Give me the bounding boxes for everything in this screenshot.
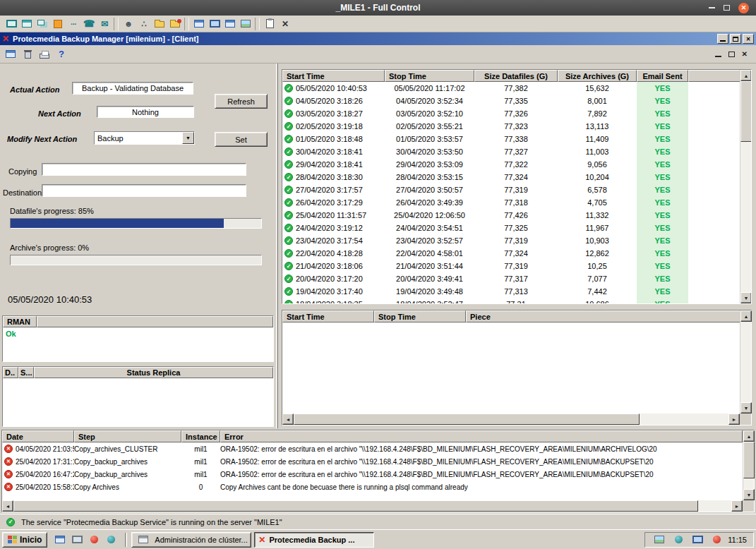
app-close-button[interactable]: ✕: [743, 34, 754, 44]
table-row[interactable]: ✓04/05/2020 3:18:2604/05/2020 3:52:3477,…: [282, 95, 741, 107]
scroll-right-icon[interactable]: ►: [731, 500, 743, 512]
column-header-start-time[interactable]: Start Time: [282, 70, 385, 82]
column-header-size-archives[interactable]: Size Archives (G): [558, 70, 637, 82]
modify-next-action-select[interactable]: Backup ▼: [94, 131, 195, 145]
scroll-up-icon[interactable]: ▲: [743, 430, 755, 442]
tools-icon[interactable]: ✕: [277, 16, 293, 31]
scroll-down-icon[interactable]: ▼: [743, 489, 755, 500]
column-header-stop-time[interactable]: Stop Time: [385, 70, 474, 82]
user-info-icon[interactable]: ☻: [121, 16, 136, 31]
quicklaunch-app-icon[interactable]: [103, 532, 119, 547]
task-button-cluster-admin[interactable]: Administración de clúster...: [131, 532, 251, 548]
table-row[interactable]: ✓02/05/2020 3:19:1802/05/2020 3:55:2177,…: [282, 120, 741, 133]
tray-monitor-icon[interactable]: [690, 532, 705, 547]
column-header-instance[interactable]: Instance: [181, 430, 220, 442]
table-row[interactable]: ✓21/04/2020 3:18:0621/04/2020 3:51:4477,…: [282, 260, 741, 272]
mdi-restore-button[interactable]: [728, 52, 735, 57]
column-header-d[interactable]: D..: [3, 367, 18, 378]
column-header-size-datafiles[interactable]: Size Datafiles (G): [474, 70, 558, 82]
folder-send-icon[interactable]: [152, 16, 167, 31]
tray-network-icon[interactable]: [671, 532, 686, 547]
table-row[interactable]: ✓26/04/2020 3:17:2926/04/2020 3:49:3977,…: [282, 196, 741, 209]
error-vertical-scrollbar[interactable]: ▲ ▼: [743, 430, 754, 500]
table-row[interactable]: ✕25/04/2020 16:47:24Copy_backup_archives…: [2, 468, 743, 481]
column-header-status-replica[interactable]: Status Replica: [34, 367, 273, 378]
scroll-up-icon[interactable]: ▲: [740, 310, 752, 322]
table-row[interactable]: ✕25/04/2020 15:58:39Copy Archives0Copy A…: [2, 481, 743, 493]
backup-vertical-scrollbar[interactable]: ▲ ▼: [740, 70, 751, 303]
column-header-rman[interactable]: RMAN: [3, 316, 37, 327]
report-icon[interactable]: [3, 47, 18, 61]
scrollbar-thumb[interactable]: [13, 500, 698, 512]
column-header-blank[interactable]: [688, 70, 741, 82]
column-header-blank[interactable]: [37, 316, 273, 327]
dual-window-icon[interactable]: [35, 16, 50, 31]
destination-field[interactable]: [42, 184, 246, 197]
folder-receive-icon[interactable]: [167, 16, 183, 31]
scrollbar-thumb[interactable]: [743, 442, 755, 478]
error-horizontal-scrollbar[interactable]: ◄ ►: [2, 500, 743, 512]
piece-horizontal-scrollbar[interactable]: ◄ ►: [282, 414, 740, 425]
column-header-s[interactable]: S...: [18, 367, 34, 378]
scroll-down-icon[interactable]: ▼: [740, 402, 752, 414]
tray-alert-icon[interactable]: [709, 532, 724, 547]
table-row[interactable]: ✓25/04/2020 11:31:5725/04/2020 12:06:507…: [282, 209, 741, 222]
remote-titlebar[interactable]: _MILE1 - Full Control ✕: [0, 0, 756, 16]
column-header-start-time[interactable]: Start Time: [282, 310, 374, 322]
delete-icon[interactable]: [20, 47, 35, 61]
app-titlebar[interactable]: ✕ Protecmedia Backup Manager [milenium] …: [0, 32, 756, 45]
table-row[interactable]: ✓19/04/2020 3:17:4019/04/2020 3:49:4877,…: [282, 285, 741, 298]
table-row[interactable]: ✕04/05/2020 21:03:57Copy_archives_CLUSTE…: [2, 442, 743, 455]
table-row[interactable]: ✓03/05/2020 3:18:2703/05/2020 3:52:1077,…: [282, 107, 741, 120]
help-icon[interactable]: ?: [54, 47, 69, 61]
column-header-error[interactable]: Error: [220, 430, 743, 442]
refresh-button[interactable]: Refresh: [215, 94, 268, 109]
set-button[interactable]: Set: [215, 132, 268, 147]
phone-icon[interactable]: ☎: [81, 16, 97, 31]
minimize-icon[interactable]: [709, 7, 715, 8]
table-row[interactable]: ✓27/04/2020 3:17:5727/04/2020 3:50:5777,…: [282, 183, 741, 196]
screen-view-icon[interactable]: [4, 16, 19, 31]
tray-display-icon[interactable]: [652, 532, 667, 547]
table-row[interactable]: ✓23/04/2020 3:17:5423/04/2020 3:52:5777,…: [282, 234, 741, 247]
table-row[interactable]: ✓20/04/2020 3:17:2020/04/2020 3:49:4177,…: [282, 272, 741, 285]
start-button[interactable]: Inicio: [2, 532, 47, 548]
chat-icon[interactable]: ···: [66, 16, 81, 31]
window-blue-icon[interactable]: [222, 16, 238, 31]
close-icon[interactable]: ✕: [738, 3, 749, 13]
restore-icon[interactable]: [724, 5, 730, 11]
mdi-minimize-button[interactable]: [715, 56, 721, 57]
print-icon[interactable]: [37, 47, 52, 61]
copying-field[interactable]: [42, 163, 246, 176]
table-row[interactable]: ✓01/05/2020 3:18:4801/05/2020 3:53:5777,…: [282, 133, 741, 145]
piece-vertical-scrollbar[interactable]: ▲ ▼: [740, 310, 751, 414]
next-action-field[interactable]: Nothing: [97, 106, 194, 118]
message-icon[interactable]: ✉: [97, 16, 112, 31]
mdi-close-button[interactable]: ✕: [742, 50, 748, 58]
column-header-date[interactable]: Date: [2, 430, 74, 442]
scroll-left-icon[interactable]: ◄: [282, 414, 294, 425]
table-row[interactable]: ✓28/04/2020 3:18:3028/04/2020 3:53:1577,…: [282, 171, 741, 183]
stop-control-icon[interactable]: [50, 16, 66, 31]
column-header-email-sent[interactable]: Email Sent: [637, 70, 688, 82]
column-header-step[interactable]: Step: [74, 430, 181, 442]
table-row[interactable]: ✓22/04/2020 4:18:2822/04/2020 4:58:0177,…: [282, 247, 741, 260]
scrollbar-thumb[interactable]: [740, 81, 752, 142]
table-row[interactable]: ✓05/05/2020 10:40:5305/05/2020 11:17:027…: [282, 82, 741, 95]
column-header-stop-time[interactable]: Stop Time: [374, 310, 466, 322]
table-row[interactable]: ✓30/04/2020 3:18:4130/04/2020 3:53:5077,…: [282, 145, 741, 158]
clipboard-icon[interactable]: [262, 16, 277, 31]
quicklaunch-desktop-icon[interactable]: [69, 532, 85, 547]
scroll-up-icon[interactable]: ▲: [740, 70, 752, 81]
scroll-down-icon[interactable]: ▼: [740, 292, 752, 303]
column-header-piece[interactable]: Piece: [466, 310, 741, 322]
network-share-icon[interactable]: ∴: [136, 16, 152, 31]
window-view-icon[interactable]: [19, 16, 35, 31]
actual-action-field[interactable]: Backup - Validating Database: [72, 82, 193, 95]
app-window-icon[interactable]: [191, 16, 207, 31]
table-row[interactable]: ✓29/04/2020 3:18:4129/04/2020 3:53:0977,…: [282, 158, 741, 171]
scrollbar-thumb[interactable]: [294, 414, 640, 425]
table-row[interactable]: ✓24/04/2020 3:19:1224/04/2020 3:54:5177,…: [282, 222, 741, 234]
scroll-left-icon[interactable]: ◄: [2, 500, 13, 512]
task-button-protecmedia-backup[interactable]: ✕ Protecmedia Backup ...: [254, 532, 374, 548]
